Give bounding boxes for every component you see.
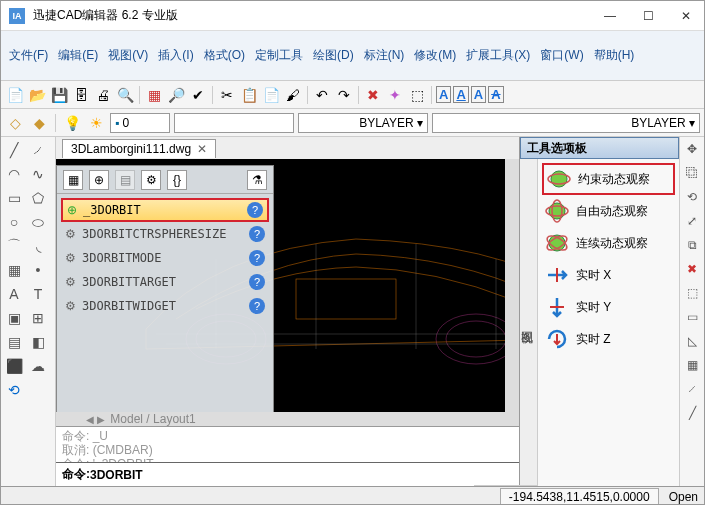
mirror-icon[interactable]: ⧉ bbox=[682, 235, 702, 255]
new-icon[interactable]: 📄 bbox=[5, 85, 25, 105]
scale-icon[interactable]: ⤢ bbox=[682, 211, 702, 231]
layer-dropdown[interactable]: ▪ 0 bbox=[110, 113, 170, 133]
linetype-dropdown[interactable] bbox=[174, 113, 294, 133]
text-a1[interactable]: A bbox=[436, 86, 451, 103]
line-icon[interactable]: ╱ bbox=[3, 139, 25, 161]
menu-help[interactable]: 帮助(H) bbox=[594, 47, 635, 64]
menu-dim[interactable]: 标注(N) bbox=[364, 47, 405, 64]
undo-icon[interactable]: ↶ bbox=[312, 85, 332, 105]
help-icon[interactable]: ? bbox=[247, 202, 263, 218]
trim-icon[interactable]: ✖ bbox=[682, 259, 702, 279]
mtext-icon[interactable]: T bbox=[27, 283, 49, 305]
erase-icon[interactable]: ✖ bbox=[363, 85, 383, 105]
op-target-icon[interactable]: ⊕ bbox=[89, 170, 109, 190]
op-grid-icon[interactable]: ▦ bbox=[63, 170, 83, 190]
palette-tabs[interactable]: 视图 三维动态 绘图顺序 bbox=[520, 159, 538, 486]
arc-icon[interactable]: ◠ bbox=[3, 163, 25, 185]
arc2-icon[interactable]: ⌒ bbox=[3, 235, 25, 257]
menu-ext[interactable]: 扩展工具(X) bbox=[466, 47, 530, 64]
paste-icon[interactable]: 📄 bbox=[261, 85, 281, 105]
offset-icon[interactable]: ▭ bbox=[682, 307, 702, 327]
extend-icon[interactable]: ⬚ bbox=[682, 283, 702, 303]
sun-icon[interactable]: ☀ bbox=[86, 113, 106, 133]
text-a2[interactable]: A bbox=[453, 86, 468, 103]
op-gear-icon[interactable]: ⚙ bbox=[141, 170, 161, 190]
break-icon[interactable]: ⟋ bbox=[682, 379, 702, 399]
layer-icon[interactable]: ◇ bbox=[5, 113, 25, 133]
circle-icon[interactable]: ○ bbox=[3, 211, 25, 233]
poly-icon[interactable]: ⬠ bbox=[27, 187, 49, 209]
close-button[interactable]: ✕ bbox=[676, 6, 696, 26]
save-icon[interactable]: 💾 bbox=[49, 85, 69, 105]
cut-icon[interactable]: ✂ bbox=[217, 85, 237, 105]
light-icon[interactable]: 💡 bbox=[62, 113, 82, 133]
maximize-button[interactable]: ☐ bbox=[638, 6, 658, 26]
ellipse-icon[interactable]: ⬭ bbox=[27, 211, 49, 233]
menu-insert[interactable]: 插入(I) bbox=[158, 47, 193, 64]
suggest-item[interactable]: ⚙3DORBITWIDGET? bbox=[61, 294, 269, 318]
suggest-item[interactable]: ⚙3DORBITCTRSPHERESIZE? bbox=[61, 222, 269, 246]
pdf-icon[interactable]: ▦ bbox=[144, 85, 164, 105]
drawing-canvas[interactable]: ▦ ⊕ ▤ ⚙ {} ⚗ ⊕ _3DORBIT ? ⚙3DORBITCTRSPH… bbox=[56, 159, 519, 426]
op-flask-icon[interactable]: ⚗ bbox=[247, 170, 267, 190]
realtime-x[interactable]: 实时 X bbox=[542, 259, 675, 291]
block-icon[interactable]: ▣ bbox=[3, 307, 25, 329]
realtime-z[interactable]: 实时 Z bbox=[542, 323, 675, 355]
text-a3[interactable]: A bbox=[471, 86, 486, 103]
orbit-continuous[interactable]: 连续动态观察 bbox=[542, 227, 675, 259]
realtime-y[interactable]: 实时 Y bbox=[542, 291, 675, 323]
orbit-free[interactable]: 自由动态观察 bbox=[542, 195, 675, 227]
open-icon[interactable]: 📂 bbox=[27, 85, 47, 105]
suggest-3dorbit[interactable]: ⊕ _3DORBIT ? bbox=[61, 198, 269, 222]
preview-icon[interactable]: 🔍 bbox=[115, 85, 135, 105]
menu-modify[interactable]: 修改(M) bbox=[414, 47, 456, 64]
point-icon[interactable]: • bbox=[27, 259, 49, 281]
explode-icon[interactable]: ✦ bbox=[385, 85, 405, 105]
menu-format[interactable]: 格式(O) bbox=[204, 47, 245, 64]
join-icon[interactable]: ╱ bbox=[682, 403, 702, 423]
lineweight-dropdown[interactable]: BYLAYER ▾ bbox=[432, 113, 700, 133]
saveall-icon[interactable]: 🗄 bbox=[71, 85, 91, 105]
redo-icon[interactable]: ↷ bbox=[334, 85, 354, 105]
hscrollbar[interactable]: ◀ ▶ Model / Layout1 bbox=[56, 412, 519, 426]
layerprev-icon[interactable]: ◆ bbox=[29, 113, 49, 133]
doc-tab[interactable]: 3DLamborgini111.dwg ✕ bbox=[62, 139, 216, 158]
print-icon[interactable]: 🖨 bbox=[93, 85, 113, 105]
match-icon[interactable]: 🖌 bbox=[283, 85, 303, 105]
suggest-item[interactable]: ⚙3DORBITTARGET? bbox=[61, 270, 269, 294]
menu-view[interactable]: 视图(V) bbox=[108, 47, 148, 64]
region-icon[interactable]: ◧ bbox=[27, 331, 49, 353]
menu-window[interactable]: 窗口(W) bbox=[540, 47, 583, 64]
text-a4[interactable]: A bbox=[488, 86, 503, 103]
menu-file[interactable]: 文件(F) bbox=[9, 47, 48, 64]
copy-icon[interactable]: 📋 bbox=[239, 85, 259, 105]
menu-draw[interactable]: 绘图(D) bbox=[313, 47, 354, 64]
menu-edit[interactable]: 编辑(E) bbox=[58, 47, 98, 64]
command-input[interactable]: 命令: 3DORBIT bbox=[56, 462, 519, 486]
pline-icon[interactable]: ⟋ bbox=[27, 139, 49, 161]
earc-icon[interactable]: ◟ bbox=[27, 235, 49, 257]
suggest-item[interactable]: ⚙3DORBITMODE? bbox=[61, 246, 269, 270]
rotate-icon[interactable]: ⟲ bbox=[682, 187, 702, 207]
op-link-icon[interactable]: ▤ bbox=[115, 170, 135, 190]
hatch-icon[interactable]: ▦ bbox=[3, 259, 25, 281]
wipeout-icon[interactable]: ⬛ bbox=[3, 355, 25, 377]
spell-icon[interactable]: ✔ bbox=[188, 85, 208, 105]
vscrollbar[interactable] bbox=[505, 159, 519, 426]
op-brace-icon[interactable]: {} bbox=[167, 170, 187, 190]
group-icon[interactable]: ⬚ bbox=[407, 85, 427, 105]
rect-icon[interactable]: ▭ bbox=[3, 187, 25, 209]
color-dropdown[interactable]: BYLAYER ▾ bbox=[298, 113, 428, 133]
find-icon[interactable]: 🔎 bbox=[166, 85, 186, 105]
insert-icon[interactable]: ⊞ bbox=[27, 307, 49, 329]
array-icon[interactable]: ▦ bbox=[682, 355, 702, 375]
table-icon[interactable]: ▤ bbox=[3, 331, 25, 353]
fillet-icon[interactable]: ◺ bbox=[682, 331, 702, 351]
move-icon[interactable]: ✥ bbox=[682, 139, 702, 159]
copy2-icon[interactable]: ⿻ bbox=[682, 163, 702, 183]
menu-custom[interactable]: 定制工具 bbox=[255, 47, 303, 64]
minimize-button[interactable]: — bbox=[600, 6, 620, 26]
spline-icon[interactable]: ∿ bbox=[27, 163, 49, 185]
tab-close-icon[interactable]: ✕ bbox=[197, 142, 207, 156]
revcloud-icon[interactable]: ☁ bbox=[27, 355, 49, 377]
